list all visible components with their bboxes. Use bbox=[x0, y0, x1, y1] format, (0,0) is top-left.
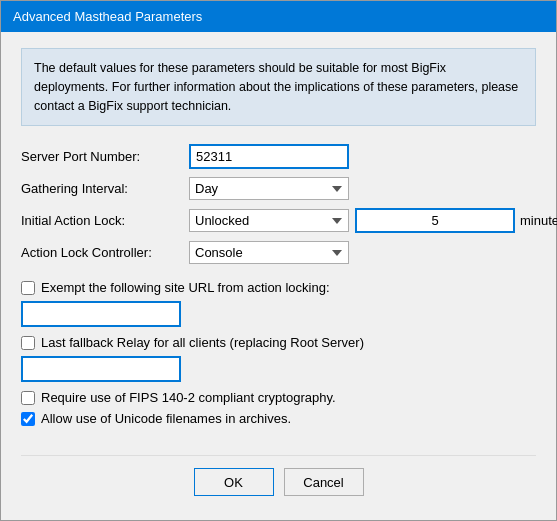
exempt-site-url-checkbox[interactable] bbox=[21, 281, 35, 295]
last-fallback-relay-input[interactable] bbox=[21, 356, 181, 382]
last-fallback-relay-checkbox[interactable] bbox=[21, 336, 35, 350]
minutes-label: minutes bbox=[520, 213, 557, 228]
last-fallback-relay-label: Last fallback Relay for all clients (rep… bbox=[41, 335, 364, 350]
action-lock-controller-select[interactable]: Console All bbox=[189, 241, 349, 264]
server-port-input[interactable] bbox=[189, 144, 349, 169]
initial-action-lock-row: Unlocked Locked minutes bbox=[189, 208, 557, 233]
button-bar: OK Cancel bbox=[21, 455, 536, 504]
initial-action-lock-select[interactable]: Unlocked Locked bbox=[189, 209, 349, 232]
action-lock-controller-row: Console All bbox=[189, 241, 557, 264]
server-port-label: Server Port Number: bbox=[21, 149, 181, 164]
require-fips-row: Require use of FIPS 140-2 compliant cryp… bbox=[21, 390, 536, 405]
action-lock-controller-label: Action Lock Controller: bbox=[21, 245, 181, 260]
cancel-button[interactable]: Cancel bbox=[284, 468, 364, 496]
gathering-interval-row: Day Hour Week bbox=[189, 177, 557, 200]
initial-action-lock-label: Initial Action Lock: bbox=[21, 213, 181, 228]
dialog-title: Advanced Masthead Parameters bbox=[13, 9, 202, 24]
dialog-title-bar: Advanced Masthead Parameters bbox=[1, 1, 556, 32]
exempt-site-url-row: Exempt the following site URL from actio… bbox=[21, 280, 536, 295]
allow-unicode-checkbox[interactable] bbox=[21, 412, 35, 426]
last-fallback-relay-row: Last fallback Relay for all clients (rep… bbox=[21, 335, 536, 350]
require-fips-checkbox[interactable] bbox=[21, 391, 35, 405]
description-text: The default values for these parameters … bbox=[21, 48, 536, 126]
minutes-input[interactable] bbox=[355, 208, 515, 233]
gathering-interval-select[interactable]: Day Hour Week bbox=[189, 177, 349, 200]
allow-unicode-row: Allow use of Unicode filenames in archiv… bbox=[21, 411, 536, 426]
require-fips-label: Require use of FIPS 140-2 compliant cryp… bbox=[41, 390, 336, 405]
ok-button[interactable]: OK bbox=[194, 468, 274, 496]
checkbox-section: Exempt the following site URL from actio… bbox=[21, 280, 536, 432]
allow-unicode-label: Allow use of Unicode filenames in archiv… bbox=[41, 411, 291, 426]
minutes-input-group: minutes bbox=[355, 208, 557, 233]
advanced-masthead-dialog: Advanced Masthead Parameters The default… bbox=[0, 0, 557, 521]
dialog-content: The default values for these parameters … bbox=[1, 32, 556, 520]
form-grid: Server Port Number: Gathering Interval: … bbox=[21, 144, 536, 264]
exempt-site-url-label: Exempt the following site URL from actio… bbox=[41, 280, 330, 295]
gathering-interval-label: Gathering Interval: bbox=[21, 181, 181, 196]
exempt-site-url-input[interactable] bbox=[21, 301, 181, 327]
server-port-row bbox=[189, 144, 557, 169]
